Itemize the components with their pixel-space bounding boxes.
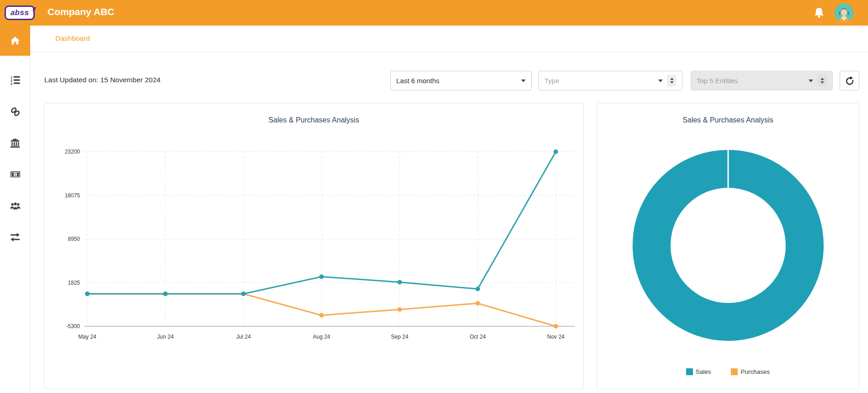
notifications-bell-icon[interactable]	[813, 7, 825, 19]
svg-text:8950: 8950	[68, 236, 80, 242]
type-select-placeholder: Type	[544, 77, 559, 85]
line-chart-title: Sales & Purchases Analysis	[44, 116, 583, 124]
sidebar-item-contacts[interactable]	[0, 198, 30, 213]
sidebar-nav: 1 2 3	[0, 26, 30, 393]
user-avatar[interactable]	[835, 4, 853, 22]
line-chart-canvas[interactable]: -5300182589501607523200May 24Jun 24Jul 2…	[44, 131, 583, 347]
svg-text:1825: 1825	[68, 280, 80, 286]
chain-link-icon	[11, 107, 20, 117]
svg-text:Oct 24: Oct 24	[469, 334, 486, 340]
app-header: abss Company ABC	[0, 0, 868, 26]
stepper-icon	[817, 74, 827, 87]
home-icon	[10, 36, 20, 46]
svg-text:Nov 24: Nov 24	[547, 334, 564, 340]
legend-label: Purchases	[740, 368, 770, 375]
type-select[interactable]: Type	[538, 71, 682, 90]
ordered-list-icon: 1 2 3	[11, 75, 20, 85]
company-title: Company ABC	[48, 6, 114, 17]
entities-select-placeholder: Top 5 Entities	[697, 77, 738, 85]
svg-text:3: 3	[11, 82, 12, 85]
donut-chart-title: Sales & Purchases Analysis	[597, 116, 859, 124]
sidebar-item-home[interactable]	[0, 26, 30, 56]
entities-select: Top 5 Entities	[691, 71, 833, 90]
chevron-down-icon	[809, 80, 813, 82]
logo-text: abss	[11, 8, 29, 17]
legend-label: Sales	[696, 368, 711, 375]
breadcrumb-bar: Dashboard	[30, 26, 868, 52]
period-select-value: Last 6 months	[396, 77, 439, 85]
legend-item-purchases[interactable]: Purchases	[731, 368, 770, 375]
chevron-down-icon	[521, 80, 526, 82]
chevron-down-icon	[658, 80, 663, 82]
sidebar-item-lists[interactable]: 1 2 3	[0, 72, 30, 88]
svg-text:May 24: May 24	[78, 334, 96, 340]
stepper-icon[interactable]	[667, 74, 676, 87]
donut-chart-card: Sales & Purchases Analysis SalesPurchase…	[596, 103, 859, 389]
svg-text:Jun 24: Jun 24	[157, 334, 174, 340]
period-select[interactable]: Last 6 months	[390, 71, 532, 90]
avatar-image	[835, 4, 853, 22]
money-bill-icon: 1	[10, 169, 21, 180]
users-icon	[10, 201, 21, 211]
refresh-icon	[845, 76, 855, 86]
legend-item-sales[interactable]: Sales	[686, 368, 711, 375]
legend-swatch-icon	[686, 368, 693, 375]
svg-text:Aug 24: Aug 24	[313, 334, 330, 340]
exchange-arrows-icon	[10, 232, 20, 242]
svg-text:23200: 23200	[65, 149, 80, 155]
donut-chart-canvas[interactable]	[597, 131, 859, 352]
legend-swatch-icon	[731, 368, 738, 375]
sidebar-item-transactions[interactable]	[0, 229, 30, 245]
svg-text:Jul 24: Jul 24	[236, 334, 251, 340]
svg-text:1: 1	[14, 172, 16, 176]
bank-icon	[10, 138, 20, 148]
breadcrumb[interactable]: Dashboard	[55, 34, 90, 42]
sidebar-item-banking[interactable]	[0, 135, 30, 151]
refresh-button[interactable]	[840, 71, 859, 90]
abss-logo[interactable]: abss	[5, 5, 35, 20]
svg-text:-5300: -5300	[66, 323, 80, 329]
last-updated-text: Last Updated on: 15 November 2024	[44, 76, 160, 84]
svg-text:Sep 24: Sep 24	[391, 334, 408, 340]
sidebar-item-links[interactable]	[0, 104, 30, 119]
donut-legend: SalesPurchases	[597, 368, 859, 375]
line-chart-card: Sales & Purchases Analysis -530018258950…	[44, 103, 584, 389]
sidebar-item-money[interactable]: 1	[0, 166, 30, 182]
svg-text:16075: 16075	[65, 192, 80, 199]
